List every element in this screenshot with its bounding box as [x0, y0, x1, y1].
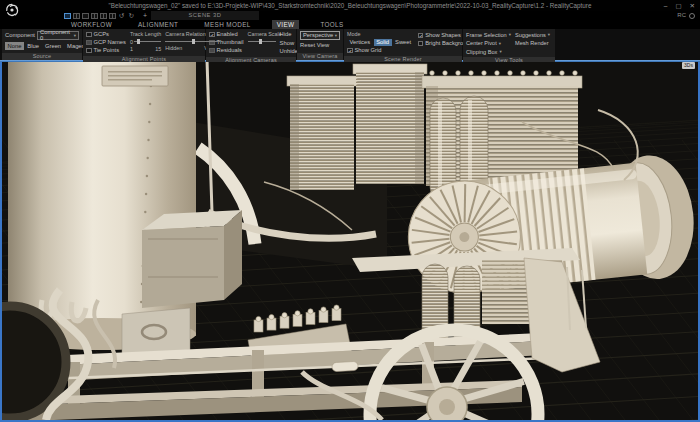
checkbox-box: ✓	[418, 33, 424, 39]
checkbox-box	[86, 32, 92, 38]
mode-sweet-button[interactable]: Sweet	[393, 39, 414, 46]
track-length-min: 1	[130, 46, 133, 52]
clipping-box-label: Clipping Box	[466, 49, 497, 55]
group-alignment-points: GCPs GCP Names Tie Points Track Length 0	[83, 29, 205, 60]
checkbox-box	[209, 48, 215, 54]
mesh-render-button[interactable]: Mesh Render	[515, 40, 550, 47]
camera-relation-lines-slider[interactable]	[165, 39, 220, 44]
tab-tools[interactable]: TOOLS	[315, 20, 348, 29]
crate-box	[142, 210, 242, 308]
tab-workflow[interactable]: WORKFLOW	[66, 20, 117, 29]
chevron-down-icon: ▾	[74, 33, 76, 38]
camera-scale-label: Camera Scale	[248, 31, 276, 37]
minimize-button[interactable]: –	[664, 0, 668, 11]
mode-solid-button[interactable]: Solid	[374, 39, 392, 46]
tab-alignment[interactable]: ALIGNMENT	[133, 20, 183, 29]
3d-viewport: 3Ds	[0, 62, 700, 422]
group-alignment-cameras: ✓ Enabled Thumbnail Residuals Camera Sca…	[206, 29, 296, 60]
tab-strip: ↺ ↻ + SCENE 3D RC	[0, 11, 700, 20]
camera-scale-slider[interactable]	[248, 39, 276, 44]
relation-hidden-label: Hidden	[165, 45, 182, 51]
scene-3d-tab[interactable]: SCENE 3D	[151, 11, 259, 20]
chevron-down-icon: ▾	[499, 41, 501, 46]
layout-single-icon[interactable]	[64, 13, 71, 19]
track-length-slider[interactable]	[134, 39, 161, 44]
component-select[interactable]: Component 0 ▾	[37, 31, 79, 40]
show-grid-checkbox[interactable]: ✓ Show Grid	[347, 47, 414, 54]
frame-selection-button[interactable]: Frame Selection ▾	[466, 31, 511, 38]
checkbox-box: ✓	[209, 32, 215, 38]
ribbon-tab-bar: WORKFLOW ALIGNMENT MESH MODEL VIEW TOOLS	[0, 20, 700, 29]
user-account-icon[interactable]	[689, 13, 695, 19]
center-pivot-button[interactable]: Center Pivot ▾	[466, 40, 511, 47]
window-title: "Beleuchtungswagen_02" saved to E:\3D-Pr…	[0, 0, 700, 11]
realitycapture-window: "Beleuchtungswagen_02" saved to E:\3D-Pr…	[0, 0, 700, 422]
checkbox-label: GCPs	[94, 31, 109, 37]
track-length-max: 15	[155, 46, 161, 52]
frame-selection-label: Frame Selection	[466, 32, 507, 38]
layout-one-two-icon[interactable]	[100, 13, 107, 19]
track-length-label: Track Length	[130, 31, 161, 37]
checkbox-label: GCP Names	[94, 39, 126, 45]
chevron-down-icon: ▾	[548, 32, 550, 37]
projection-value: Perspective	[303, 32, 333, 38]
new-scene-tab-button[interactable]: +	[143, 11, 147, 20]
suggestions-label: Suggestions	[515, 32, 546, 38]
checkbox-label: Enabled	[217, 31, 238, 37]
layout-two-columns-icon[interactable]	[73, 13, 80, 19]
group-view-camera: Perspective ▾ Reset View View Camera	[297, 29, 343, 60]
reset-view-button[interactable]: Reset View	[300, 42, 340, 49]
realitycapture-logo-icon[interactable]	[4, 2, 20, 18]
boiler-cylinder	[8, 62, 212, 350]
checkbox-label: Show Grid	[355, 47, 382, 53]
group-view-tools: Frame Selection ▾ Center Pivot ▾ Clippin…	[463, 29, 555, 60]
clipping-box-button[interactable]: Clipping Box ▾	[466, 48, 511, 55]
checkbox-label: Tie Points	[94, 47, 120, 53]
layout-four-pane-icon[interactable]	[91, 13, 98, 19]
titlebar: "Beleuchtungswagen_02" saved to E:\3D-Pr…	[0, 0, 700, 11]
center-pivot-label: Center Pivot	[466, 40, 497, 46]
source-green-button[interactable]: Green	[42, 42, 63, 50]
close-button[interactable]: ✕	[690, 0, 695, 11]
track-length-current: 0	[130, 39, 133, 45]
checkbox-box	[86, 40, 92, 46]
tab-mesh-model[interactable]: MESH MODEL	[199, 20, 255, 29]
chevron-down-icon: ▾	[499, 49, 501, 54]
gcp-names-checkbox[interactable]: GCP Names	[86, 39, 126, 46]
tab-view[interactable]: VIEW	[272, 20, 300, 29]
viewport-type-badge[interactable]: 3Ds	[682, 62, 695, 69]
layout-two-rows-icon[interactable]	[82, 13, 89, 19]
mesh-render-label: Mesh Render	[515, 40, 549, 46]
3d-viewport-canvas[interactable]	[2, 62, 698, 420]
group-source: Component Component 0 ▾ None Blue Green …	[2, 29, 82, 60]
resistor-bank-left	[287, 76, 357, 190]
undo-icon[interactable]: ↺	[119, 11, 124, 20]
checkbox-box	[418, 41, 424, 47]
account-label[interactable]: RC	[677, 11, 686, 20]
checkbox-box: ✓	[347, 48, 353, 54]
enabled-checkbox[interactable]: ✓ Enabled	[209, 31, 244, 38]
chevron-down-icon: ▾	[509, 32, 511, 37]
mode-vertices-button[interactable]: Vertices	[347, 39, 373, 46]
maximize-button[interactable]: ▢	[675, 0, 681, 11]
gcps-checkbox[interactable]: GCPs	[86, 31, 126, 38]
checkbox-label: Thumbnail	[217, 39, 244, 45]
group-label-source: Source	[2, 53, 82, 60]
mode-label: Mode	[347, 31, 414, 37]
source-none-button[interactable]: None	[5, 42, 24, 50]
source-blue-button[interactable]: Blue	[25, 42, 42, 50]
suggestions-button[interactable]: Suggestions ▾	[515, 31, 550, 38]
checkbox-label: Show Shapes	[425, 32, 461, 38]
group-scene-render: Mode Vertices Solid Sweet ✓ Show Grid ✓ …	[344, 29, 462, 60]
projection-select[interactable]: Perspective ▾	[300, 31, 340, 40]
redo-icon[interactable]: ↻	[128, 11, 133, 20]
component-label: Component	[5, 32, 35, 38]
group-label-view-camera: View Camera	[297, 53, 343, 60]
chevron-down-icon: ▾	[335, 33, 337, 38]
layout-grid-icon[interactable]	[109, 13, 116, 19]
checkbox-label: Residuals	[217, 47, 242, 53]
tie-points-checkbox[interactable]: Tie Points	[86, 47, 126, 54]
checkbox-box	[86, 48, 92, 54]
component-value: Component 0	[40, 29, 74, 41]
residuals-checkbox[interactable]: Residuals	[209, 47, 244, 54]
